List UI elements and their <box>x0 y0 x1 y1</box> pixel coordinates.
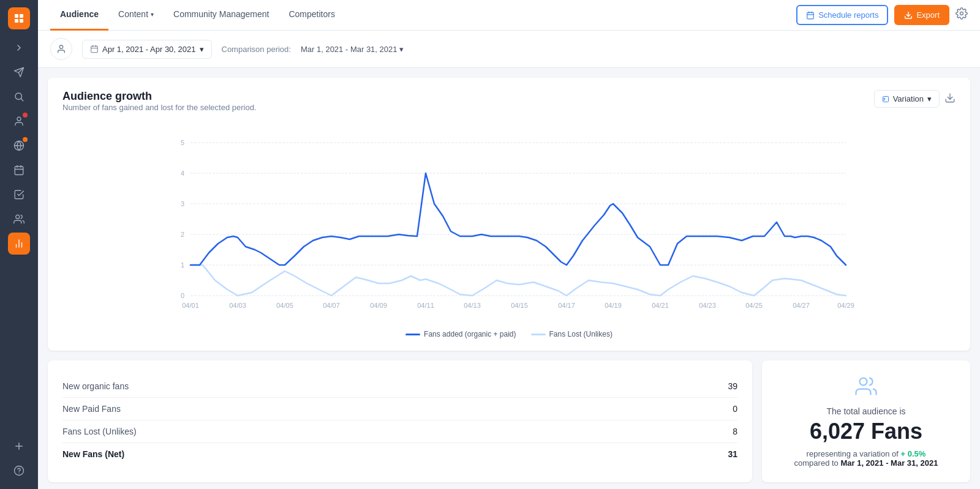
svg-text:04/17: 04/17 <box>558 302 575 309</box>
topnav-actions: Schedule reports Export <box>796 5 968 25</box>
svg-rect-3 <box>20 19 23 23</box>
content-area: Apr 1, 2021 - Apr 30, 2021 ▾ Comparison … <box>38 31 980 489</box>
chart-title: Audience growth <box>62 90 257 103</box>
fans-lost-line <box>190 265 846 296</box>
sidebar <box>0 0 38 489</box>
audience-label: The total audience is <box>826 406 905 416</box>
svg-text:04/07: 04/07 <box>323 302 340 309</box>
chart-title-group: Audience growth Number of fans gained an… <box>62 90 257 122</box>
table-row-lost: Fans Lost (Unlikes) 8 <box>62 420 737 443</box>
export-button[interactable]: Export <box>894 5 949 25</box>
sidebar-item-globe[interactable] <box>8 135 30 157</box>
svg-rect-34 <box>883 96 888 102</box>
stats-section: New organic fans 39 New Paid Fans 0 Fans… <box>48 360 970 482</box>
globe-badge <box>23 137 28 142</box>
sidebar-add-button[interactable] <box>8 435 30 457</box>
svg-point-63 <box>860 378 867 386</box>
svg-text:04/29: 04/29 <box>837 302 854 309</box>
svg-point-21 <box>15 466 24 476</box>
svg-text:04/15: 04/15 <box>511 302 528 309</box>
svg-text:5: 5 <box>181 139 184 146</box>
sidebar-item-tasks[interactable] <box>8 184 30 206</box>
tab-audience[interactable]: Audience <box>50 0 108 31</box>
audience-growth-chart-section: Audience growth Number of fans gained an… <box>48 78 970 351</box>
svg-text:4: 4 <box>181 170 184 177</box>
svg-rect-23 <box>807 12 814 18</box>
chart-canvas-container: .grid-line { stroke: #e2e8f0; stroke-wid… <box>62 124 956 323</box>
comparison-label: Comparison period: <box>222 45 291 54</box>
svg-text:04/11: 04/11 <box>417 302 434 309</box>
sidebar-item-users[interactable] <box>8 208 30 230</box>
date-range-picker[interactable]: Apr 1, 2021 - Apr 30, 2021 ▾ <box>82 40 212 59</box>
comparison-period-label: Mar 1, 2021 - Mar 31, 2021 <box>840 458 938 468</box>
sidebar-item-search[interactable] <box>8 86 30 108</box>
legend-fans-lost-line <box>531 334 546 335</box>
svg-text:04/01: 04/01 <box>182 302 199 309</box>
variation-value: + 0.5% <box>901 449 926 458</box>
svg-text:04/09: 04/09 <box>370 302 387 309</box>
schedule-reports-button[interactable]: Schedule reports <box>796 5 888 25</box>
variation-dropdown[interactable]: Variation ▾ <box>874 90 940 108</box>
fans-added-line <box>190 173 846 265</box>
svg-point-8 <box>17 117 21 121</box>
date-picker-caret: ▾ <box>200 45 204 54</box>
chart-controls: Variation ▾ <box>874 90 956 108</box>
svg-text:3: 3 <box>181 200 184 207</box>
chart-download-icon[interactable] <box>944 92 956 106</box>
profile-icon-button[interactable] <box>50 38 72 60</box>
svg-line-7 <box>21 99 23 100</box>
table-row-organic: New organic fans 39 <box>62 375 737 398</box>
audience-count: 6,027 Fans <box>810 419 922 444</box>
comparison-period-picker[interactable]: Mar 1, 2021 - Mar 31, 2021 ▾ <box>301 45 404 54</box>
settings-icon[interactable] <box>956 7 968 23</box>
variation-caret-icon: ▾ <box>927 94 932 103</box>
tab-competitors[interactable]: Competitors <box>279 0 344 31</box>
toolbar: Apr 1, 2021 - Apr 30, 2021 ▾ Comparison … <box>38 31 980 68</box>
chart-legend: Fans added (organic + paid) Fans Lost (U… <box>62 330 956 338</box>
svg-text:04/25: 04/25 <box>745 302 763 309</box>
audience-users-icon <box>855 375 877 401</box>
sidebar-item-analytics[interactable] <box>8 233 30 255</box>
legend-fans-lost: Fans Lost (Unlikes) <box>531 330 612 338</box>
svg-text:1: 1 <box>181 261 184 269</box>
comparison-caret-icon: ▾ <box>399 45 404 54</box>
sidebar-logo[interactable] <box>8 7 30 29</box>
table-row-net: New Fans (Net) 31 <box>62 443 737 465</box>
sidebar-item-profile[interactable] <box>8 110 30 132</box>
table-row-paid: New Paid Fans 0 <box>62 398 737 420</box>
svg-point-6 <box>15 93 22 100</box>
content-caret-icon: ▾ <box>151 11 154 18</box>
profile-badge <box>23 113 28 118</box>
sidebar-item-calendar[interactable] <box>8 159 30 181</box>
sidebar-help-button[interactable] <box>8 460 30 482</box>
svg-text:04/13: 04/13 <box>464 302 481 309</box>
sidebar-item-send[interactable] <box>8 61 30 83</box>
svg-rect-2 <box>15 19 18 23</box>
svg-point-28 <box>960 12 963 15</box>
legend-fans-added-line <box>405 334 420 335</box>
svg-text:04/05: 04/05 <box>276 302 293 309</box>
svg-text:04/21: 04/21 <box>652 302 669 309</box>
svg-text:04/27: 04/27 <box>793 302 810 309</box>
audience-variation-text: representing a variation of + 0.5% <box>807 449 926 458</box>
svg-point-29 <box>59 45 62 48</box>
sidebar-expand-icon[interactable] <box>8 37 30 59</box>
svg-rect-0 <box>15 14 18 18</box>
chart-header: Audience growth Number of fans gained an… <box>62 90 956 122</box>
svg-text:04/23: 04/23 <box>699 302 716 309</box>
svg-rect-1 <box>20 14 23 18</box>
audience-summary-card: The total audience is 6,027 Fans represe… <box>762 360 970 482</box>
svg-rect-11 <box>15 166 23 175</box>
svg-text:04/03: 04/03 <box>229 302 246 309</box>
top-navigation: Audience Content ▾ Community Management … <box>38 0 980 31</box>
legend-fans-added: Fans added (organic + paid) <box>405 330 516 338</box>
tab-content[interactable]: Content ▾ <box>108 0 164 31</box>
tab-community[interactable]: Community Management <box>164 0 279 31</box>
svg-text:0: 0 <box>181 292 184 299</box>
main-area: Audience Content ▾ Community Management … <box>38 0 980 489</box>
chart-subtitle: Number of fans gained and lost for the s… <box>62 103 257 112</box>
svg-point-15 <box>16 215 20 218</box>
svg-text:2: 2 <box>181 231 184 238</box>
audience-growth-svg: .grid-line { stroke: #e2e8f0; stroke-wid… <box>62 124 956 320</box>
svg-text:04/19: 04/19 <box>605 302 622 309</box>
